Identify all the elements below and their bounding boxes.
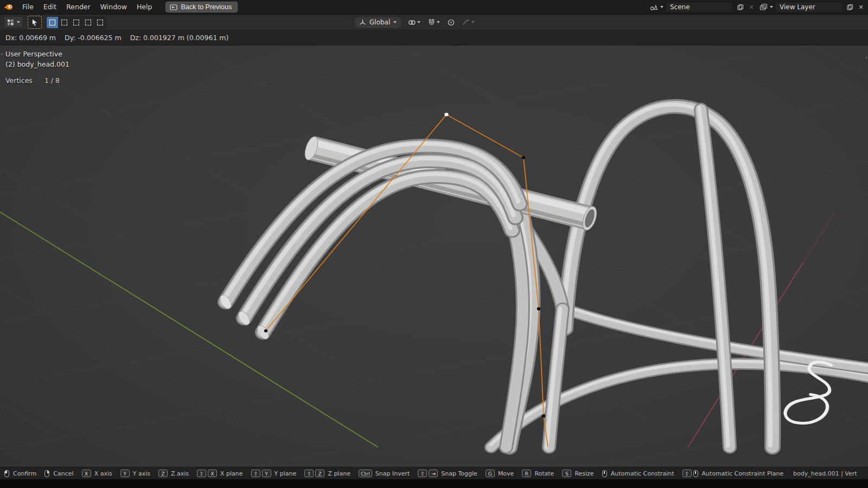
new-view-layer-icon[interactable] <box>845 2 854 12</box>
curve-vertex[interactable] <box>264 329 267 332</box>
blender-logo-svg <box>4 3 14 11</box>
new-scene-icon[interactable] <box>735 2 745 12</box>
remove-view-layer-icon[interactable]: ✕ <box>856 2 866 12</box>
grid-lines <box>0 46 868 467</box>
rmb-mouse-icon <box>44 470 49 477</box>
keycap-icon: Ctrl <box>359 470 372 477</box>
orientation-gizmo-icon <box>359 19 366 26</box>
hint-resize: SResize <box>562 470 593 477</box>
hint-label: Resize <box>575 470 593 477</box>
operator-status-strip: Dx: 0.00669 m Dy: -0.006625 m Dz: 0.0019… <box>0 30 868 46</box>
keycap-icon: ⇧ <box>197 470 206 477</box>
select-mode-group <box>46 16 106 29</box>
mmb-mouse-icon <box>602 470 607 477</box>
select-invert-icon <box>85 20 91 25</box>
view-layer-icon-svg <box>760 3 768 11</box>
status-bar: ConfirmCancelXX axisYY axisZZ axis⇧XX pl… <box>0 467 868 479</box>
keycap-icon: R <box>522 470 531 477</box>
scene-name-text: Scene <box>670 3 690 11</box>
view-layer-selector: View Layer ✕ <box>758 2 866 13</box>
hint-y-plane: ⇧YY plane <box>251 470 297 477</box>
view-layer-browse-caret-icon[interactable] <box>770 6 773 8</box>
back-to-previous-label: Back to Previous <box>181 3 232 11</box>
keycap-icon: Z <box>158 470 168 477</box>
hint-x-axis: XX axis <box>82 470 112 477</box>
viewport-3d[interactable]: User Perspective (2) body_head.001 Verti… <box>0 46 868 467</box>
scene-browse-icon[interactable] <box>649 2 659 12</box>
selection-stats: Vertices1 / 8 <box>5 76 60 85</box>
mmb-mouse-icon <box>693 470 698 477</box>
proportional-falloff-dropdown[interactable] <box>461 17 476 28</box>
hint-label: Z axis <box>171 470 189 477</box>
top-menu-bar: FileEditRenderWindowHelp Back to Previou… <box>0 0 868 15</box>
keycap-icon: ⇧ <box>251 470 260 477</box>
editor-type-caret-icon <box>17 21 20 23</box>
hint-z-plane: ⇧ZZ plane <box>304 470 350 477</box>
hint-label: X axis <box>94 470 112 477</box>
select-extend-icon <box>61 20 67 25</box>
hint-cancel: Cancel <box>44 470 73 477</box>
editor-type-dropdown[interactable] <box>4 16 23 28</box>
hint-label: Rotate <box>534 470 554 477</box>
blender-logo-icon[interactable] <box>3 2 14 12</box>
hint-label: Automatic Constraint <box>611 470 674 477</box>
selection-count: 1 / 8 <box>44 76 60 85</box>
keycap-icon: ⇥ <box>429 470 438 477</box>
toolbar-expand-arrow-icon[interactable]: › <box>1 50 3 57</box>
select-subtract-icon <box>73 20 79 25</box>
menu-file[interactable]: File <box>17 0 39 14</box>
keymap-hints: ConfirmCancelXX axisYY axisZZ axis⇧XX pl… <box>4 470 792 477</box>
curve-vertex[interactable] <box>537 307 540 311</box>
hint-automatic-constraint-plane: ⇧Automatic Constraint Plane <box>682 470 784 477</box>
scene-icon-svg <box>650 3 658 11</box>
snap-caret-icon <box>437 21 440 23</box>
transform-orientation-dropdown[interactable]: Global <box>354 16 402 29</box>
menubar: FileEditRenderWindowHelp <box>17 0 157 14</box>
menu-edit[interactable]: Edit <box>39 0 61 14</box>
tweak-tool-button[interactable] <box>28 16 42 29</box>
menu-render[interactable]: Render <box>61 0 95 14</box>
view-layer-name-text: View Layer <box>780 3 815 11</box>
view-layer-browse-icon[interactable] <box>758 2 768 12</box>
scene-browse-caret-icon[interactable] <box>660 6 663 8</box>
delta-y-value: Dy: -0.006625 m <box>65 34 122 42</box>
select-mode-label: Vertices <box>5 76 33 85</box>
select-mode-extend-button[interactable] <box>59 17 71 28</box>
blender-window: FileEditRenderWindowHelp Back to Previou… <box>0 0 868 488</box>
back-to-previous-button[interactable]: Back to Previous <box>165 2 238 12</box>
curve-vertex[interactable] <box>522 156 525 159</box>
select-mode-intersect-button[interactable] <box>94 17 106 28</box>
proportional-edit-toggle[interactable] <box>446 17 456 28</box>
hint-confirm: Confirm <box>4 470 36 477</box>
keycap-icon: ⇧ <box>682 470 692 477</box>
hint-label: Cancel <box>53 470 73 477</box>
snap-dropdown[interactable] <box>426 17 442 28</box>
hint-x-plane: ⇧XX plane <box>197 470 243 477</box>
sidebar-expand-arrow-icon[interactable]: ‹ <box>865 54 867 61</box>
select-mode-invert-button[interactable] <box>82 17 94 28</box>
orientation-caret-icon <box>393 21 397 23</box>
hint-label: Z plane <box>328 470 350 477</box>
viewport-tool-header: Global <box>0 15 868 30</box>
proportional-edit-icon <box>448 19 455 26</box>
hint-label: Automatic Constraint Plane <box>702 470 784 477</box>
hint-label: Y plane <box>275 470 297 477</box>
selected-vertex[interactable] <box>444 113 448 116</box>
select-mode-set-button[interactable] <box>47 17 59 28</box>
keycap-icon: G <box>486 470 495 477</box>
pivot-point-icon <box>408 19 416 26</box>
hint-label: X plane <box>220 470 243 477</box>
scene-name-field[interactable]: Scene <box>665 2 733 13</box>
cursor-arrow-icon <box>31 18 38 27</box>
view-layer-name-field[interactable]: View Layer <box>775 2 843 13</box>
keycap-icon: Z <box>315 470 324 477</box>
curve-vertex[interactable] <box>542 414 545 418</box>
pivot-point-dropdown[interactable] <box>406 17 422 28</box>
unlink-scene-icon[interactable]: ✕ <box>746 2 756 12</box>
select-mode-subtract-button[interactable] <box>71 17 82 28</box>
select-set-icon <box>49 20 55 25</box>
hint-snap-invert: CtrlSnap Invert <box>359 470 410 477</box>
menu-help[interactable]: Help <box>132 0 157 14</box>
menu-window[interactable]: Window <box>95 0 132 14</box>
viewport-canvas[interactable] <box>0 46 868 467</box>
